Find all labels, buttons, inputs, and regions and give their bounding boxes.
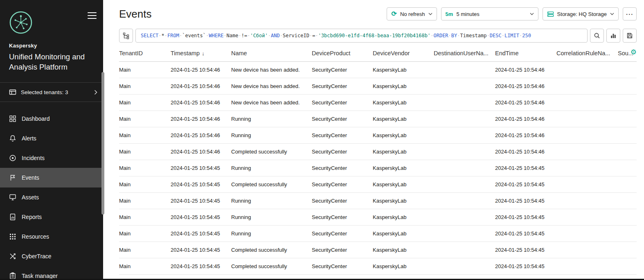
cell-device_vendor: KasperskyLab bbox=[373, 225, 434, 242]
sidebar-item-dashboard[interactable]: Dashboard bbox=[0, 109, 103, 129]
table-row[interactable]: Main2024-01-25 10:54:45Completed success… bbox=[119, 176, 637, 192]
menu-toggle-icon[interactable] bbox=[88, 12, 97, 19]
query-text: SELECT·*·FROM·`events`·WHERE·Name·!=·'Сб… bbox=[141, 33, 531, 38]
cell-end_time: 2024-01-25 10:54:45 bbox=[495, 160, 556, 176]
cell-name: New device has been added. bbox=[231, 94, 312, 111]
table-row[interactable]: Main2024-01-25 10:54:46New device has be… bbox=[119, 94, 637, 111]
query-token: 250 bbox=[522, 33, 531, 38]
cell-end_time: 2024-01-25 10:54:45 bbox=[495, 209, 556, 225]
column-header-deviceproduct[interactable]: DeviceProduct bbox=[312, 45, 373, 61]
time-period-select[interactable]: 5m 5 minutes bbox=[441, 7, 538, 20]
table-row[interactable]: Main2024-01-25 10:54:46RunningSecurityCe… bbox=[119, 127, 637, 143]
query-row: SELECT·*·FROM·`events`·WHERE·Name·!=·'Сб… bbox=[119, 29, 637, 43]
token-separator: · bbox=[315, 33, 318, 38]
query-token: ORDER bbox=[433, 33, 448, 38]
cell-destination_user bbox=[434, 160, 495, 176]
column-header-tenantid[interactable]: TenantID bbox=[119, 45, 171, 61]
cell-name: Completed successfully bbox=[231, 258, 312, 274]
incidents-target-icon bbox=[9, 154, 16, 162]
query-input[interactable]: SELECT·*·FROM·`events`·WHERE·Name·!=·'Сб… bbox=[135, 29, 588, 43]
cybertrace-icon bbox=[9, 253, 16, 260]
column-header-timestamp[interactable]: Timestamp↓ bbox=[171, 45, 231, 61]
table-row[interactable]: Main2024-01-25 10:54:45RunningSecurityCe… bbox=[119, 160, 637, 176]
cell-source bbox=[618, 78, 637, 94]
cell-timestamp: 2024-01-25 10:54:45 bbox=[171, 192, 231, 209]
table-row[interactable]: Main2024-01-25 10:54:46RunningSecurityCe… bbox=[119, 111, 637, 127]
cell-name: Completed successfully bbox=[231, 143, 312, 160]
sidebar-item-alerts[interactable]: Alerts bbox=[0, 129, 103, 148]
histogram-icon bbox=[610, 32, 617, 39]
search-button[interactable] bbox=[590, 29, 604, 43]
column-settings-gear-icon[interactable]: ⚙ bbox=[630, 49, 637, 56]
cell-timestamp: 2024-01-25 10:54:45 bbox=[171, 225, 231, 242]
cell-name: Running bbox=[231, 127, 312, 143]
table-row[interactable]: Main2024-01-25 10:54:45Completed success… bbox=[119, 258, 637, 274]
cell-end_time: 2024-01-25 10:54:46 bbox=[495, 94, 556, 111]
table-row[interactable]: Main2024-01-25 10:54:46Completed success… bbox=[119, 143, 637, 160]
cell-timestamp: 2024-01-25 10:54:45 bbox=[171, 160, 231, 176]
sidebar-item-reports[interactable]: Reports bbox=[0, 207, 103, 227]
table-row[interactable]: Main2024-01-25 10:54:45RunningSecurityCe… bbox=[119, 192, 637, 209]
cell-name: New device has been added. bbox=[231, 61, 312, 78]
sidebar-scrollbar-thumb[interactable] bbox=[101, 72, 104, 215]
events-table-body: Main2024-01-25 10:54:46New device has be… bbox=[119, 61, 637, 274]
cell-correlation_rule bbox=[556, 94, 618, 111]
query-builder-button[interactable] bbox=[119, 29, 133, 43]
cell-destination_user bbox=[434, 94, 495, 111]
column-header-name[interactable]: Name bbox=[231, 45, 312, 61]
column-header-correlationrulename[interactable]: CorrelationRuleNa... bbox=[556, 45, 618, 61]
cell-destination_user bbox=[434, 242, 495, 258]
query-token: AND bbox=[271, 33, 280, 38]
cell-device_vendor: KasperskyLab bbox=[373, 94, 434, 111]
cell-source bbox=[618, 111, 637, 127]
cell-source bbox=[618, 242, 637, 258]
histogram-button[interactable] bbox=[606, 29, 620, 43]
cell-name: Running bbox=[231, 192, 312, 209]
table-row[interactable]: Main2024-01-25 10:54:46New device has be… bbox=[119, 78, 637, 94]
token-separator: · bbox=[502, 33, 504, 38]
sidebar-item-label: Dashboard bbox=[22, 115, 50, 122]
main-content: Events ⟳ No refresh 5m 5 minutes Storage… bbox=[103, 0, 644, 280]
save-query-button[interactable] bbox=[623, 29, 637, 43]
sidebar: Kaspersky Unified Monitoring and Analysi… bbox=[0, 0, 103, 280]
search-icon bbox=[594, 32, 600, 39]
token-separator: · bbox=[280, 33, 283, 38]
table-row[interactable]: Main2024-01-25 10:54:46New device has be… bbox=[119, 61, 637, 78]
cell-source bbox=[618, 192, 637, 209]
cell-source bbox=[618, 127, 637, 143]
query-token: '3bcbd690-e1fd-4f68-beaa-19bf20b4168b' bbox=[318, 33, 431, 38]
cell-correlation_rule bbox=[556, 242, 618, 258]
cell-timestamp: 2024-01-25 10:54:45 bbox=[171, 258, 231, 274]
table-row[interactable]: Main2024-01-25 10:54:45RunningSecurityCe… bbox=[119, 225, 637, 242]
bell-icon bbox=[9, 135, 16, 142]
cell-correlation_rule bbox=[556, 61, 618, 78]
cell-destination_user bbox=[434, 225, 495, 242]
sidebar-item-task-manager[interactable]: Task manager bbox=[0, 266, 103, 280]
cell-device_vendor: KasperskyLab bbox=[373, 111, 434, 127]
sidebar-item-cybertrace[interactable]: CyberTrace bbox=[0, 246, 103, 266]
column-header-devicevendor[interactable]: DeviceVendor bbox=[373, 45, 434, 61]
column-header-destinationusername[interactable]: DestinationUserNa... bbox=[434, 45, 495, 61]
query-token: DESC bbox=[490, 33, 502, 38]
sidebar-item-resources[interactable]: Resources bbox=[0, 227, 103, 246]
sidebar-header: Kaspersky Unified Monitoring and Analysi… bbox=[0, 0, 103, 72]
cell-tenant_id: Main bbox=[119, 225, 171, 242]
selected-tenants-button[interactable]: Selected tenants: 3 bbox=[0, 82, 103, 102]
sidebar-item-incidents[interactable]: Incidents bbox=[0, 148, 103, 168]
table-row[interactable]: Main2024-01-25 10:54:45RunningSecurityCe… bbox=[119, 209, 637, 225]
more-options-button[interactable]: ⋯ bbox=[623, 7, 637, 20]
column-header-endtime[interactable]: EndTime bbox=[495, 45, 556, 61]
cell-device_product: SecurityCenter bbox=[312, 78, 373, 94]
period-badge: 5m bbox=[446, 11, 453, 17]
cell-device_vendor: KasperskyLab bbox=[373, 61, 434, 78]
query-token: BY bbox=[451, 33, 457, 38]
cell-device_product: SecurityCenter bbox=[312, 176, 373, 192]
sidebar-item-assets[interactable]: Assets bbox=[0, 187, 103, 207]
sidebar-item-events[interactable]: Events bbox=[0, 168, 103, 187]
table-row[interactable]: Main2024-01-25 10:54:45Completed success… bbox=[119, 242, 637, 258]
cell-correlation_rule bbox=[556, 160, 618, 176]
refresh-select[interactable]: ⟳ No refresh bbox=[387, 7, 437, 20]
chevron-down-icon bbox=[428, 13, 432, 15]
cell-name: New device has been added. bbox=[231, 78, 312, 94]
storage-select[interactable]: Storage: HQ Storage bbox=[543, 7, 619, 20]
